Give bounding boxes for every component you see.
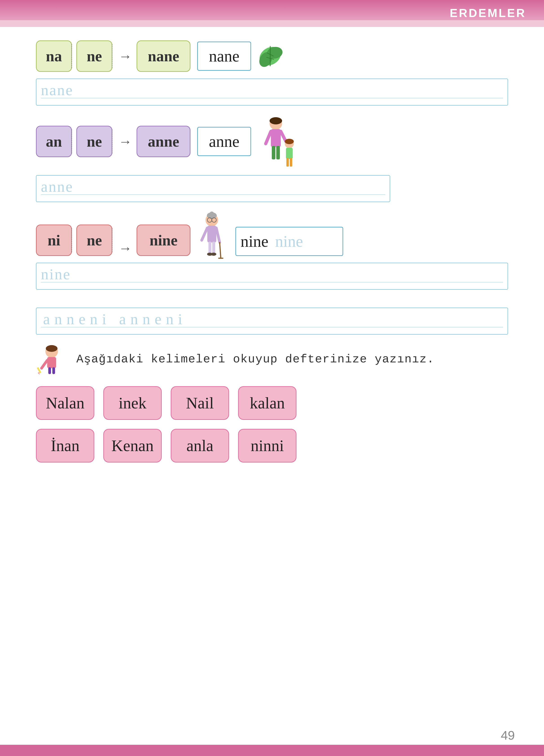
svg-rect-15 (286, 148, 293, 159)
nine-row: ni ne → nine (36, 211, 508, 256)
word-card-ninni[interactable]: ninni (238, 429, 297, 463)
syllable-an: an (36, 126, 72, 157)
word-card-inek[interactable]: inek (103, 386, 162, 420)
svg-point-13 (269, 117, 282, 124)
arrow-3: → (119, 240, 132, 256)
svg-rect-41 (52, 367, 55, 374)
nane-row: na ne → nane nane (36, 40, 508, 72)
writing-line-nine[interactable]: nine (36, 263, 508, 290)
syllable-ne-1: ne (76, 40, 112, 72)
svg-rect-17 (290, 158, 292, 167)
syllable-ne-2: ne (76, 126, 112, 157)
display-nane: nane (197, 42, 251, 71)
anne-row: an ne → anne anne (36, 115, 508, 168)
word-card-kalan[interactable]: kalan (238, 386, 297, 420)
writing-line-nane[interactable]: nane (36, 79, 508, 106)
bottom-stripe (0, 745, 544, 756)
anneni-box[interactable]: anneni anneni (36, 308, 508, 335)
svg-rect-36 (47, 357, 56, 368)
svg-rect-16 (287, 158, 289, 167)
word-card-inan[interactable]: İnan (36, 429, 94, 463)
syllable-ni: ni (36, 225, 72, 256)
combined-nane: nane (136, 40, 190, 72)
writing-line-anne[interactable]: anne (36, 175, 390, 202)
svg-line-10 (281, 131, 286, 141)
arrow-1: → (119, 48, 132, 64)
svg-line-26 (202, 228, 207, 240)
pink-stripe (0, 20, 544, 27)
grandma-image (195, 211, 229, 260)
syllable-na: na (36, 40, 72, 72)
arrow-2: → (119, 134, 132, 149)
svg-line-37 (42, 360, 47, 368)
svg-point-18 (285, 139, 294, 144)
word-card-anla[interactable]: anla (171, 429, 229, 463)
svg-point-33 (211, 253, 216, 256)
page-number: 49 (501, 728, 515, 743)
traced-anneni: anneni anneni (43, 310, 187, 328)
traced-nane: nane (41, 81, 73, 99)
display-anne: anne (197, 127, 251, 156)
svg-rect-25 (207, 226, 216, 242)
svg-rect-40 (48, 367, 51, 374)
girl-icon (36, 344, 67, 375)
svg-rect-12 (276, 146, 280, 159)
anne-writing-row: anne (36, 175, 508, 202)
main-content: na ne → nane nane nane an ne → anne anne (0, 27, 544, 489)
svg-line-9 (266, 131, 271, 144)
svg-point-35 (46, 345, 57, 352)
traced-anne: anne (41, 178, 73, 196)
syllable-ne-3: ne (76, 225, 112, 256)
nine-solid: nine (240, 232, 268, 251)
mint-image (255, 42, 285, 71)
combined-anne: anne (136, 126, 190, 157)
instruction-row: Aşağıdaki kelimeleri okuyup defterinize … (36, 344, 508, 375)
top-banner: ERDEMLER (0, 0, 544, 20)
word-cards-row-2: İnan Kenan anla ninni (36, 429, 508, 463)
svg-line-28 (220, 242, 221, 258)
mother-image (255, 115, 301, 168)
word-card-kenan[interactable]: Kenan (103, 429, 162, 463)
combined-nine: nine (136, 225, 190, 256)
word-card-nalan[interactable]: Nalan (36, 386, 94, 420)
display-nine: nine nine (235, 227, 343, 256)
svg-rect-30 (208, 242, 211, 254)
svg-rect-31 (212, 242, 215, 254)
word-cards-row-1: Nalan inek Nail kalan (36, 386, 508, 420)
svg-rect-11 (272, 146, 276, 159)
svg-point-21 (209, 212, 214, 216)
instruction-text: Aşağıdaki kelimeleri okuyup defterinize … (76, 353, 434, 366)
svg-line-27 (216, 228, 220, 242)
word-card-nail[interactable]: Nail (171, 386, 229, 420)
traced-nine: nine (41, 265, 71, 283)
nine-traced: nine (275, 232, 303, 251)
header-title: ERDEMLER (450, 6, 526, 20)
